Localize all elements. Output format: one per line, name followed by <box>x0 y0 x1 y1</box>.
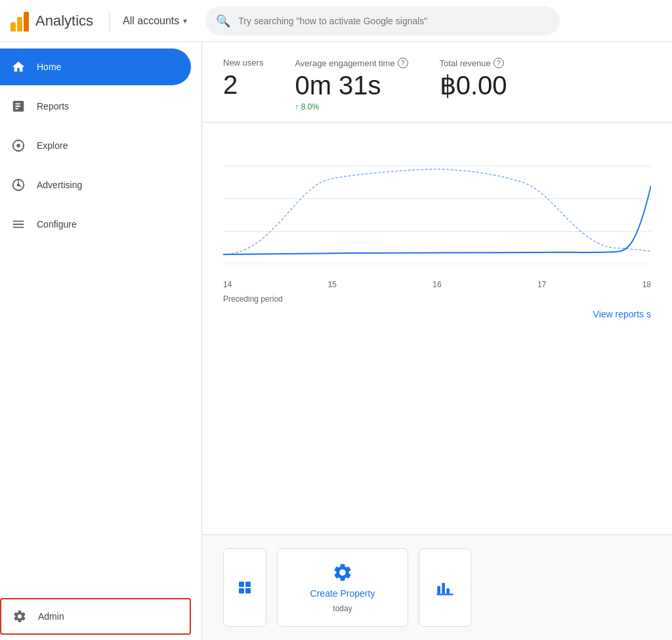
create-property-title: Create Property <box>310 588 375 599</box>
svg-rect-9 <box>245 582 251 587</box>
create-property-icon <box>332 562 353 583</box>
revenue-stat: Total revenue ? ฿0.00 <box>440 58 507 100</box>
svg-rect-12 <box>437 586 440 594</box>
sidebar-item-explore[interactable]: Explore <box>0 127 191 164</box>
revenue-label: Total revenue ? <box>440 58 507 68</box>
logo-bar-1 <box>10 22 16 31</box>
x-label-14: 14 <box>223 280 232 289</box>
configure-icon <box>10 216 26 232</box>
advertising-icon <box>10 177 26 193</box>
new-users-value: 2 <box>223 70 263 99</box>
header-divider <box>109 10 110 31</box>
engagement-label: Average engagement time ? <box>295 58 408 68</box>
sidebar-item-configure[interactable]: Configure <box>0 206 191 243</box>
svg-rect-13 <box>442 583 445 593</box>
app-name: Analytics <box>35 12 93 30</box>
engagement-value: 0m 31s <box>295 71 408 100</box>
sidebar-spacer <box>0 244 201 597</box>
main-content: New users 2 Average engagement time ? 0m… <box>202 42 672 640</box>
svg-rect-10 <box>239 588 244 593</box>
sidebar-item-admin-label: Admin <box>38 611 64 622</box>
body-layout: Home Reports Explore Advertising <box>0 42 672 640</box>
chart-svg <box>223 133 651 264</box>
home-icon <box>10 59 26 75</box>
logo-bar-2 <box>17 17 22 31</box>
stats-row: New users 2 Average engagement time ? 0m… <box>202 42 672 123</box>
svg-point-1 <box>16 144 20 148</box>
new-users-label: New users <box>223 58 263 68</box>
svg-rect-8 <box>239 582 244 587</box>
view-reports-link[interactable]: View reports s <box>223 304 651 325</box>
reports-icon <box>10 98 26 114</box>
chart-card-icon <box>436 578 454 597</box>
sidebar-item-reports-label: Reports <box>37 101 69 111</box>
new-users-stat: New users 2 <box>223 58 263 99</box>
bottom-card-left[interactable] <box>223 548 266 627</box>
account-switcher[interactable]: All accounts ▾ <box>117 11 192 31</box>
sidebar: Home Reports Explore Advertising <box>0 42 202 640</box>
x-label-15: 15 <box>328 280 337 289</box>
sidebar-item-home[interactable]: Home <box>0 49 191 85</box>
x-label-18: 18 <box>642 280 651 289</box>
chart-x-labels: 14 15 16 17 18 <box>223 277 651 292</box>
sidebar-item-advertising-label: Advertising <box>37 180 82 190</box>
x-label-16: 16 <box>432 280 441 289</box>
sidebar-item-advertising[interactable]: Advertising <box>0 167 191 203</box>
explore-icon <box>10 138 26 153</box>
x-label-17: 17 <box>537 280 546 289</box>
svg-rect-11 <box>245 588 251 593</box>
svg-rect-14 <box>446 588 450 593</box>
sidebar-item-configure-label: Configure <box>37 219 77 230</box>
svg-rect-15 <box>436 593 453 595</box>
revenue-help-icon[interactable]: ? <box>494 58 504 68</box>
logo-icon <box>10 10 29 31</box>
preceding-period-label: Preceding period <box>223 294 651 304</box>
logo-container: Analytics <box>10 10 93 31</box>
logo-bar-3 <box>24 12 29 31</box>
admin-icon <box>12 609 28 624</box>
engagement-change: ↑ 8.0% <box>295 102 408 111</box>
engagement-stat: Average engagement time ? 0m 31s ↑ 8.0% <box>295 58 408 111</box>
search-icon: 🔍 <box>216 14 230 28</box>
sidebar-item-explore-label: Explore <box>37 140 68 151</box>
search-bar[interactable]: 🔍 <box>205 7 560 35</box>
search-input[interactable] <box>238 16 549 26</box>
chevron-down-icon: ▾ <box>183 16 187 26</box>
create-property-subtitle: today <box>333 604 352 613</box>
create-property-card[interactable]: Create Property today <box>277 548 408 627</box>
chart-container <box>223 133 651 277</box>
engagement-help-icon[interactable]: ? <box>398 58 408 68</box>
left-card-icon <box>237 580 253 595</box>
sidebar-item-reports[interactable]: Reports <box>0 88 191 125</box>
bottom-section: Create Property today <box>202 534 672 640</box>
app-header: Analytics All accounts ▾ 🔍 <box>0 0 672 42</box>
bottom-card-right[interactable] <box>419 548 471 627</box>
chart-area: 14 15 16 17 18 Preceding period View rep… <box>202 123 672 534</box>
svg-point-3 <box>18 184 20 186</box>
revenue-value: ฿0.00 <box>440 71 507 100</box>
account-label: All accounts <box>123 15 179 27</box>
sidebar-item-home-label: Home <box>37 62 61 72</box>
sidebar-item-admin[interactable]: Admin <box>0 598 191 635</box>
